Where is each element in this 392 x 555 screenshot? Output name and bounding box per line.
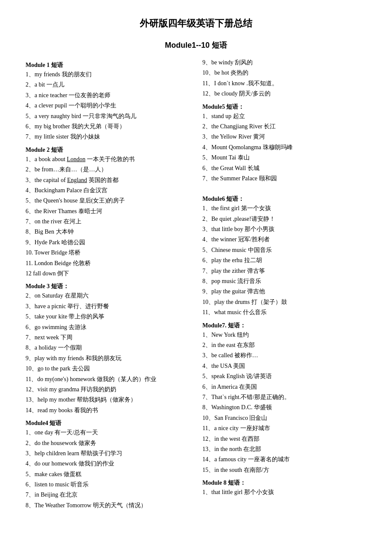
module2-items: 1、a book about London 一本关于伦敦的书2、be from……: [26, 155, 190, 279]
list-item: 9、play the guitar 弹吉他: [202, 287, 366, 296]
list-item: 4、Buckingham Palace 白金汉宫: [26, 186, 190, 195]
list-item: 6、in America 在美国: [202, 382, 366, 392]
module2-title: Module 2 短语: [26, 146, 190, 154]
list-item: 6、my big brother 我的大兄弟（哥哥）: [26, 122, 190, 131]
module5-title: Module5 短语：: [202, 103, 366, 111]
module3-title: Module 3 短语：: [26, 283, 190, 290]
module7-title: Module7. 短语：: [202, 322, 366, 330]
list-item: 10. Tower Bridge 塔桥: [26, 248, 190, 257]
list-item: 9、play with my friends 和我的朋友玩: [26, 354, 190, 363]
list-item: 8、a holiday 一个假期: [26, 343, 190, 353]
list-item: 1、my friends 我的朋友们: [26, 70, 190, 79]
list-item: 9、be windy 刮风的: [202, 58, 366, 67]
list-item: 1、that little girl 那个小女孩: [202, 488, 366, 497]
list-item: 5、the Queen's house 皇后(女王)的房子: [26, 196, 190, 205]
list-item: 13、help my mother 帮助我妈妈（做家务）: [26, 395, 190, 405]
list-item: 4、Mount Qomolangma 珠穆朗玛峰: [202, 143, 366, 152]
list-item: 3、help children learn 帮助孩子们学习: [26, 449, 190, 458]
list-item: 14、a famous city 一座著名的城市: [202, 455, 366, 464]
list-item: 8、Washington D.C. 华盛顿: [202, 403, 366, 412]
list-item: 15、in the south 在南部/方: [202, 465, 366, 475]
list-item: 5、speak English 说/讲英语: [202, 372, 366, 381]
list-item: 3、the capital of England 英国的首都: [26, 176, 190, 185]
module1-title: Module 1 短语: [26, 61, 190, 69]
list-item: 11、a nice city 一座好城市: [202, 424, 366, 433]
list-item: 5、take your kite 带上你的风筝: [26, 312, 190, 321]
list-item: 5、make cakes 做蛋糕: [26, 470, 190, 479]
list-item: 13、in the north 在北部: [202, 445, 366, 454]
list-item: 1、a book about London 一本关于伦敦的书: [26, 155, 190, 164]
list-item: 7、the Summer Palace 颐和园: [202, 174, 366, 183]
list-item: 12 fall down 倒下: [26, 269, 190, 278]
list-item: 11、I don`t know .我不知道。: [202, 79, 366, 88]
list-item: 2、Be quiet ,please!请安静！: [202, 214, 366, 224]
module7-items: 1、New York 纽约2、in the east 在东部3、be calle…: [202, 330, 366, 475]
list-item: 2、on Saturday 在星期六: [26, 291, 190, 301]
list-item: 12、in the west 在西部: [202, 434, 366, 444]
list-item: 1、stand up 起立: [202, 112, 366, 121]
left-column: Module 1 短语 1、my friends 我的朋友们2、a bit 一点…: [26, 57, 190, 511]
module6-items: 1、the first girl 第一个女孩2、Be quiet ,please…: [202, 204, 366, 317]
list-item: 8、pop music 流行音乐: [202, 277, 366, 286]
list-item: 5、Chinese music 中国音乐: [202, 246, 366, 255]
module6-title: Module6 短语：: [202, 195, 366, 203]
list-item: 5、Mount Tai 泰山: [202, 153, 366, 162]
list-item: 10、go to the park 去公园: [26, 364, 190, 373]
list-item: 11、do my(one's) homework 做我的（某人的）作业: [26, 375, 190, 384]
list-item: 3、a nice teacher 一位友善的老师: [26, 91, 190, 100]
list-item: 8、The Weather Tomorrow 明天的天气（情况）: [26, 501, 190, 510]
list-item: 7、play the zither 弹古筝: [202, 266, 366, 276]
list-item: 7、in Beijing 在北京: [26, 490, 190, 500]
module5-items: 1、stand up 起立2、the Changjiang River 长江3、…: [202, 112, 366, 184]
list-item: 3、that little boy 那个小男孩: [202, 225, 366, 234]
list-item: 1、the first girl 第一个女孩: [202, 204, 366, 213]
list-item: 14、read my books 看我的书: [26, 406, 190, 415]
list-item: 7、my little sister 我的小妹妹: [26, 132, 190, 142]
list-item: 12、visit my grandma 拜访我的奶奶: [26, 385, 190, 394]
list-item: 2、be from…来自…（是…人）: [26, 165, 190, 174]
list-item: 6、go swimming 去游泳: [26, 323, 190, 332]
list-item: 4、a clever pupil 一个聪明的小学生: [26, 101, 190, 110]
module8-items: 1、that little girl 那个小女孩: [202, 488, 366, 497]
list-item: 8、Big Ben 大本钟: [26, 227, 190, 237]
list-item: 10、play the drums 打（架子）鼓: [202, 298, 366, 307]
module1-items: 1、my friends 我的朋友们2、a bit 一点儿3、a nice te…: [26, 70, 190, 142]
list-item: 2、a bit 一点儿: [26, 80, 190, 90]
list-item: 4、the USA 美国: [202, 361, 366, 371]
list-item: 4、the winner 冠军/胜利者: [202, 235, 366, 244]
list-item: 6、listen to music 听音乐: [26, 480, 190, 489]
section-title: Module1--10 短语: [26, 40, 366, 50]
list-item: 10、San Francisco 旧金山: [202, 413, 366, 423]
right-column: 9、be windy 刮风的10、be hot 炎热的11、I don`t kn…: [202, 57, 366, 498]
module8-title: Module 8 短语：: [202, 479, 366, 487]
list-item: 11、what music 什么音乐: [202, 308, 366, 317]
list-item: 6、play the erhu 拉二胡: [202, 256, 366, 265]
list-item: 3、have a picnic 举行、进行野餐: [26, 302, 190, 311]
list-item: 7、next week 下周: [26, 333, 190, 342]
list-item: 6、the River Thames 泰晤士河: [26, 207, 190, 216]
module4-cont-items: 9、be windy 刮风的10、be hot 炎热的11、I don`t kn…: [202, 58, 366, 99]
list-item: 12、be cloudy 阴天/多云的: [202, 89, 366, 98]
main-title: 外研版四年级英语下册总结: [26, 17, 366, 30]
list-item: 2、the Changjiang River 长江: [202, 122, 366, 131]
list-item: 6、the Great Wall 长城: [202, 164, 366, 173]
module4-title: Module4 短语: [26, 419, 190, 427]
list-item: 9、Hyde Park 哈德公园: [26, 238, 190, 247]
list-item: 5、a very naughty bird 一只非常淘气的鸟儿: [26, 112, 190, 121]
list-item: 3、the Yellow River 黄河: [202, 132, 366, 142]
list-item: 4、do our homework 做我们的作业: [26, 459, 190, 468]
list-item: 10、be hot 炎热的: [202, 68, 366, 78]
list-item: 2、in the east 在东部: [202, 341, 366, 350]
list-item: 2、do the housework 做家务: [26, 439, 190, 448]
list-item: 1、New York 纽约: [202, 330, 366, 340]
list-item: 1、one day 有一天/总有一天: [26, 428, 190, 437]
list-item: 11. London Beidge 伦敦桥: [26, 259, 190, 268]
list-item: 7、That`s right.不错/那是正确的。: [202, 393, 366, 402]
list-item: 7、on the river 在河上: [26, 217, 190, 226]
list-item: 3、be called 被称作…: [202, 351, 366, 360]
module3-items: 2、on Saturday 在星期六3、have a picnic 举行、进行野…: [26, 291, 190, 415]
module4-items: 1、one day 有一天/总有一天2、do the housework 做家务…: [26, 428, 190, 510]
